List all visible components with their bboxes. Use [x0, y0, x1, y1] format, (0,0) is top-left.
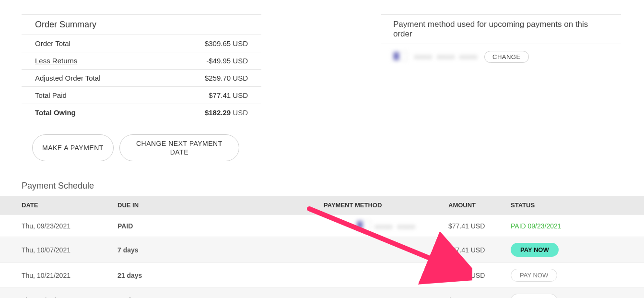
cell-amount: $77.41 USD [448, 237, 511, 263]
owing-amount: $182.29 [205, 108, 231, 117]
card-number-masked: •••• •••• [375, 223, 416, 231]
pay-now-button[interactable]: PAY NOW [511, 269, 557, 282]
col-header-status: STATUS [511, 196, 644, 215]
cell-payment-method [324, 263, 448, 288]
status-paid-label: PAID 09/23/2021 [511, 222, 562, 230]
col-header-amount: AMOUNT [448, 196, 511, 215]
row-adjusted-total-value: $259.70 USD [205, 74, 248, 82]
payment-method-title: Payment method used for upcoming payment… [393, 20, 588, 38]
card-logo-icon [357, 223, 371, 231]
row-total-owing-label: Total Owing [35, 108, 76, 117]
row-adjusted-total-label: Adjusted Order Total [35, 74, 100, 82]
table-row: Thu, 10/21/202121 days$77.41 USDPAY NOW [0, 263, 644, 288]
cell-payment-method [324, 237, 448, 263]
change-next-payment-date-button[interactable]: CHANGE NEXT PAYMENT DATE [119, 134, 239, 161]
payment-schedule-title: Payment Schedule [0, 178, 644, 196]
row-total-owing-value: $182.29 USD [205, 108, 248, 117]
cell-due-in: 7 days [117, 237, 324, 263]
payment-schedule-table: DATE DUE IN PAYMENT METHOD AMOUNT STATUS… [0, 196, 644, 298]
cell-amount: $77.41 USD [448, 263, 511, 288]
cell-due-in: 21 days [117, 263, 324, 288]
make-payment-button[interactable]: MAKE A PAYMENT [32, 134, 114, 161]
cell-date: Thu, 09/23/2021 [0, 215, 117, 237]
cell-date: Thu, 11/04/2021 [0, 288, 117, 298]
cell-amount: $77.41 USD [448, 215, 511, 237]
order-summary: Order Summary Order Total $309.65 USD Le… [22, 14, 261, 161]
pay-now-button[interactable]: PAY NOW [511, 294, 557, 298]
owing-currency: USD [233, 108, 248, 117]
row-order-total-label: Order Total [35, 39, 70, 48]
col-header-due: DUE IN [117, 196, 324, 215]
row-total-paid-label: Total Paid [35, 91, 67, 99]
cell-due-in: 35 days [117, 288, 324, 298]
cell-status: PAY NOW [511, 288, 644, 298]
table-row: Thu, 09/23/2021PAID•••• ••••$77.41 USDPA… [0, 215, 644, 237]
cell-status: PAY NOW [511, 237, 644, 263]
cell-date: Thu, 10/21/2021 [0, 263, 117, 288]
cell-payment-method [324, 288, 448, 298]
payment-schedule-section: Payment Schedule DATE DUE IN PAYMENT MET… [0, 178, 644, 298]
pay-now-button[interactable]: PAY NOW [511, 243, 559, 257]
change-payment-method-button[interactable]: CHANGE [484, 51, 529, 63]
col-header-payment-method: PAYMENT METHOD [324, 196, 448, 215]
cell-status: PAID 09/23/2021 [511, 215, 644, 237]
table-row: Thu, 10/07/20217 days$77.41 USDPAY NOW [0, 237, 644, 263]
cell-payment-method: •••• •••• [324, 215, 448, 237]
payment-method-panel: Payment method used for upcoming payment… [381, 14, 621, 161]
row-less-returns-value: -$49.95 USD [206, 57, 248, 65]
cell-status: PAY NOW [511, 263, 644, 288]
col-header-date: DATE [0, 196, 117, 215]
card-logo-icon [393, 52, 408, 62]
cell-date: Thu, 10/07/2021 [0, 237, 117, 263]
table-row: Thu, 11/04/202135 days$27.47 USDPAY NOW [0, 288, 644, 298]
cell-amount: $27.47 USD [448, 288, 511, 298]
row-less-returns-label[interactable]: Less Returns [35, 57, 77, 65]
card-number-masked: •••• •••• •••• [414, 53, 478, 61]
row-total-paid-value: $77.41 USD [209, 91, 248, 99]
order-summary-title: Order Summary [35, 20, 96, 30]
cell-due-in: PAID [117, 215, 324, 237]
row-order-total-value: $309.65 USD [205, 39, 248, 48]
